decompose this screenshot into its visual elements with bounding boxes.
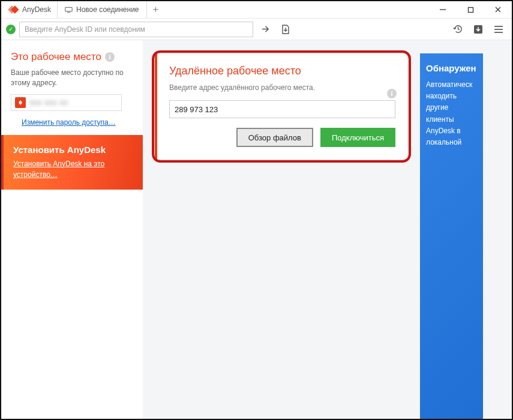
local-desc: Ваше рабочее место доступно по этому адр…: [11, 68, 133, 88]
connect-label: Подключиться: [332, 133, 384, 142]
browse-files-button[interactable]: Обзор файлов: [236, 128, 313, 147]
main: Это рабочее место i Ваше рабочее место д…: [1, 40, 512, 419]
file-transfer-button[interactable]: [277, 22, 294, 37]
status-ok-icon: ✓: [6, 25, 16, 34]
hamburger-icon: [494, 25, 503, 34]
content: Удалённое рабочее место Введите адрес уд…: [143, 40, 512, 419]
close-icon: [494, 6, 502, 13]
svg-rect-3: [468, 7, 473, 12]
info-icon[interactable]: i: [387, 89, 397, 98]
tab-new-connection[interactable]: Новое соединение: [58, 1, 147, 18]
anydesk-logo-icon: [5, 3, 21, 16]
tab-app[interactable]: AnyDesk: [21, 1, 58, 18]
titlebar: AnyDesk Новое соединение +: [1, 1, 512, 19]
install-title: Установить AnyDesk: [13, 145, 133, 155]
arrow-right-icon: [261, 25, 270, 34]
minimize-icon: [439, 6, 446, 13]
remote-actions: Обзор файлов Подключиться: [169, 128, 395, 147]
connect-button[interactable]: Подключиться: [320, 128, 395, 147]
local-title-text: Это рабочее место: [11, 51, 101, 63]
sidebar: Это рабочее место i Ваше рабочее место д…: [1, 40, 143, 419]
remote-title: Удалённое рабочее место: [169, 65, 395, 77]
tab-add-button[interactable]: +: [147, 1, 165, 18]
clock-history-icon: [453, 24, 463, 34]
install-card: Установить AnyDesk Установить AnyDesk на…: [1, 135, 143, 190]
address-input[interactable]: [19, 22, 253, 37]
maximize-icon: [467, 7, 474, 13]
window-controls: [429, 1, 512, 18]
remote-card: Удалённое рабочее место Введите адрес уд…: [155, 53, 408, 160]
file-arrow-icon: [281, 25, 290, 34]
remote-address-input[interactable]: [169, 100, 395, 118]
local-id-value: xxx xxx xx: [29, 98, 68, 107]
local-title: Это рабочее место i: [11, 51, 133, 63]
history-button[interactable]: [449, 22, 466, 37]
tab-new-label: Новое соединение: [76, 5, 139, 14]
svg-line-4: [496, 7, 500, 12]
info-icon[interactable]: i: [105, 52, 115, 62]
svg-rect-0: [65, 7, 72, 11]
svg-line-5: [496, 7, 500, 12]
go-button[interactable]: [257, 22, 274, 37]
window-maximize-button[interactable]: [457, 1, 484, 18]
browse-label: Обзор файлов: [248, 133, 301, 142]
local-workstation-section: Это рабочее место i Ваше рабочее место д…: [1, 40, 143, 135]
window-minimize-button[interactable]: [429, 1, 457, 18]
remote-hint: Введите адрес удалённого рабочего места.: [169, 83, 395, 92]
window-close-button[interactable]: [484, 1, 512, 18]
remote-card-wrapper: Удалённое рабочее место Введите адрес уд…: [155, 53, 408, 160]
local-id-field[interactable]: xxx xxx xx: [11, 94, 122, 111]
install-link[interactable]: Установить AnyDesk на это устройство…: [13, 158, 133, 180]
download-button[interactable]: [470, 22, 487, 37]
menu-button[interactable]: [490, 22, 507, 37]
discovery-desc: Автоматическ находить другие клиенты Any…: [426, 79, 477, 148]
plus-icon: +: [153, 4, 158, 15]
change-password-link[interactable]: Изменить пароль доступа…: [22, 117, 116, 128]
toolbar: ✓: [1, 19, 512, 40]
download-icon: [473, 25, 483, 34]
discovery-card: Обнаружен Автоматическ находить другие к…: [420, 53, 483, 419]
tab-app-label: AnyDesk: [22, 5, 51, 14]
monitor-icon: [65, 7, 73, 13]
discovery-title: Обнаружен: [426, 63, 477, 73]
anydesk-id-badge-icon: [15, 97, 26, 108]
